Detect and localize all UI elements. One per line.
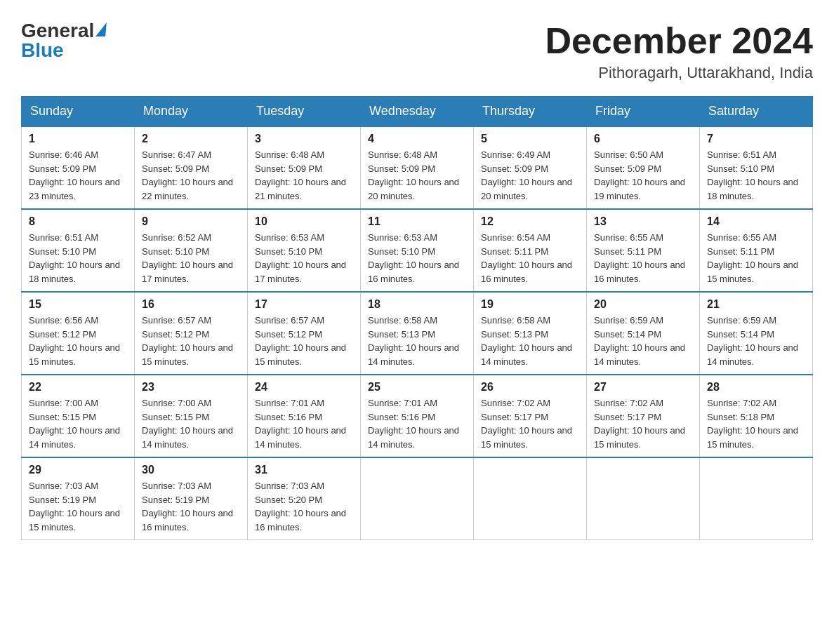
day-number: 13 [594,215,692,228]
day-number: 12 [481,215,579,228]
calendar-cell: 15 Sunrise: 6:56 AM Sunset: 5:12 PM Dayl… [22,292,135,375]
calendar-cell: 22 Sunrise: 7:00 AM Sunset: 5:15 PM Dayl… [22,375,135,457]
day-number: 25 [368,381,466,394]
calendar-cell: 2 Sunrise: 6:47 AM Sunset: 5:09 PM Dayli… [135,126,248,209]
calendar-cell [587,457,700,540]
day-info: Sunrise: 7:00 AM Sunset: 5:15 PM Dayligh… [142,396,240,451]
day-info: Sunrise: 7:03 AM Sunset: 5:19 PM Dayligh… [142,479,240,534]
day-info: Sunrise: 6:55 AM Sunset: 5:11 PM Dayligh… [594,231,692,286]
calendar-cell: 16 Sunrise: 6:57 AM Sunset: 5:12 PM Dayl… [135,292,248,375]
day-info: Sunrise: 6:57 AM Sunset: 5:12 PM Dayligh… [142,314,240,368]
calendar-cell: 23 Sunrise: 7:00 AM Sunset: 5:15 PM Dayl… [135,375,248,457]
week-row-4: 22 Sunrise: 7:00 AM Sunset: 5:15 PM Dayl… [22,375,813,457]
header-friday: Friday [587,97,700,127]
day-number: 14 [707,215,805,228]
day-info: Sunrise: 6:59 AM Sunset: 5:14 PM Dayligh… [707,314,805,368]
calendar-cell: 4 Sunrise: 6:48 AM Sunset: 5:09 PM Dayli… [361,126,474,209]
day-number: 23 [142,381,240,394]
week-row-2: 8 Sunrise: 6:51 AM Sunset: 5:10 PM Dayli… [22,209,813,292]
calendar-cell: 12 Sunrise: 6:54 AM Sunset: 5:11 PM Dayl… [474,209,587,292]
day-number: 9 [142,215,240,228]
day-info: Sunrise: 7:01 AM Sunset: 5:16 PM Dayligh… [368,396,466,451]
week-row-1: 1 Sunrise: 6:46 AM Sunset: 5:09 PM Dayli… [22,126,813,209]
calendar-cell: 27 Sunrise: 7:02 AM Sunset: 5:17 PM Dayl… [587,375,700,457]
calendar-cell: 21 Sunrise: 6:59 AM Sunset: 5:14 PM Dayl… [700,292,813,375]
day-number: 8 [29,215,127,228]
day-info: Sunrise: 7:00 AM Sunset: 5:15 PM Dayligh… [29,396,127,451]
day-number: 31 [255,464,353,476]
calendar-cell: 6 Sunrise: 6:50 AM Sunset: 5:09 PM Dayli… [587,126,700,209]
calendar-cell: 26 Sunrise: 7:02 AM Sunset: 5:17 PM Dayl… [474,375,587,457]
calendar-cell [474,457,587,540]
day-number: 16 [142,298,240,311]
title-area: December 2024 Pithoragarh, Uttarakhand, … [545,21,813,82]
day-info: Sunrise: 6:49 AM Sunset: 5:09 PM Dayligh… [481,148,579,203]
header-thursday: Thursday [474,97,587,127]
calendar-table: Sunday Monday Tuesday Wednesday Thursday… [21,96,813,540]
day-number: 28 [707,381,805,394]
day-info: Sunrise: 6:57 AM Sunset: 5:12 PM Dayligh… [255,314,353,368]
day-number: 26 [481,381,579,394]
calendar-cell: 31 Sunrise: 7:03 AM Sunset: 5:20 PM Dayl… [248,457,361,540]
day-info: Sunrise: 6:55 AM Sunset: 5:11 PM Dayligh… [707,231,805,286]
day-info: Sunrise: 6:54 AM Sunset: 5:11 PM Dayligh… [481,231,579,286]
logo: General Blue [21,21,106,60]
day-info: Sunrise: 6:51 AM Sunset: 5:10 PM Dayligh… [707,148,805,203]
location-subtitle: Pithoragarh, Uttarakhand, India [545,64,813,82]
calendar-cell: 18 Sunrise: 6:58 AM Sunset: 5:13 PM Dayl… [361,292,474,375]
calendar-cell: 14 Sunrise: 6:55 AM Sunset: 5:11 PM Dayl… [700,209,813,292]
day-info: Sunrise: 6:50 AM Sunset: 5:09 PM Dayligh… [594,148,692,203]
calendar-cell: 17 Sunrise: 6:57 AM Sunset: 5:12 PM Dayl… [248,292,361,375]
day-info: Sunrise: 6:58 AM Sunset: 5:13 PM Dayligh… [368,314,466,368]
day-info: Sunrise: 7:03 AM Sunset: 5:20 PM Dayligh… [255,479,353,534]
header-wednesday: Wednesday [361,97,474,127]
calendar-cell: 11 Sunrise: 6:53 AM Sunset: 5:10 PM Dayl… [361,209,474,292]
calendar-cell: 8 Sunrise: 6:51 AM Sunset: 5:10 PM Dayli… [22,209,135,292]
day-info: Sunrise: 6:51 AM Sunset: 5:10 PM Dayligh… [29,231,127,286]
day-number: 17 [255,298,353,311]
day-info: Sunrise: 6:48 AM Sunset: 5:09 PM Dayligh… [368,148,466,203]
calendar-cell [700,457,813,540]
page-header: General Blue December 2024 Pithoragarh, … [21,21,813,82]
day-info: Sunrise: 6:52 AM Sunset: 5:10 PM Dayligh… [142,231,240,286]
calendar-cell: 29 Sunrise: 7:03 AM Sunset: 5:19 PM Dayl… [22,457,135,540]
day-number: 18 [368,298,466,311]
day-number: 4 [368,133,466,145]
day-info: Sunrise: 7:01 AM Sunset: 5:16 PM Dayligh… [255,396,353,451]
day-number: 24 [255,381,353,394]
day-info: Sunrise: 7:02 AM Sunset: 5:17 PM Dayligh… [481,396,579,451]
logo-general-text: General [21,21,94,41]
day-info: Sunrise: 6:53 AM Sunset: 5:10 PM Dayligh… [368,231,466,286]
week-row-5: 29 Sunrise: 7:03 AM Sunset: 5:19 PM Dayl… [22,457,813,540]
day-info: Sunrise: 6:47 AM Sunset: 5:09 PM Dayligh… [142,148,240,203]
day-number: 6 [594,133,692,145]
day-number: 3 [255,133,353,145]
day-info: Sunrise: 6:48 AM Sunset: 5:09 PM Dayligh… [255,148,353,203]
calendar-cell: 19 Sunrise: 6:58 AM Sunset: 5:13 PM Dayl… [474,292,587,375]
day-number: 30 [142,464,240,476]
calendar-cell: 9 Sunrise: 6:52 AM Sunset: 5:10 PM Dayli… [135,209,248,292]
calendar-cell: 7 Sunrise: 6:51 AM Sunset: 5:10 PM Dayli… [700,126,813,209]
month-title: December 2024 [545,21,813,61]
calendar-cell: 20 Sunrise: 6:59 AM Sunset: 5:14 PM Dayl… [587,292,700,375]
day-info: Sunrise: 6:53 AM Sunset: 5:10 PM Dayligh… [255,231,353,286]
header-monday: Monday [135,97,248,127]
day-number: 15 [29,298,127,311]
calendar-cell: 13 Sunrise: 6:55 AM Sunset: 5:11 PM Dayl… [587,209,700,292]
day-info: Sunrise: 7:03 AM Sunset: 5:19 PM Dayligh… [29,479,127,534]
calendar-cell: 1 Sunrise: 6:46 AM Sunset: 5:09 PM Dayli… [22,126,135,209]
header-row: Sunday Monday Tuesday Wednesday Thursday… [22,97,813,127]
day-number: 21 [707,298,805,311]
week-row-3: 15 Sunrise: 6:56 AM Sunset: 5:12 PM Dayl… [22,292,813,375]
header-sunday: Sunday [22,97,135,127]
day-number: 1 [29,133,127,145]
day-number: 29 [29,464,127,476]
calendar-cell: 30 Sunrise: 7:03 AM Sunset: 5:19 PM Dayl… [135,457,248,540]
day-info: Sunrise: 6:56 AM Sunset: 5:12 PM Dayligh… [29,314,127,368]
day-number: 19 [481,298,579,311]
day-number: 22 [29,381,127,394]
day-number: 2 [142,133,240,145]
day-number: 7 [707,133,805,145]
day-number: 11 [368,215,466,228]
day-info: Sunrise: 6:58 AM Sunset: 5:13 PM Dayligh… [481,314,579,368]
